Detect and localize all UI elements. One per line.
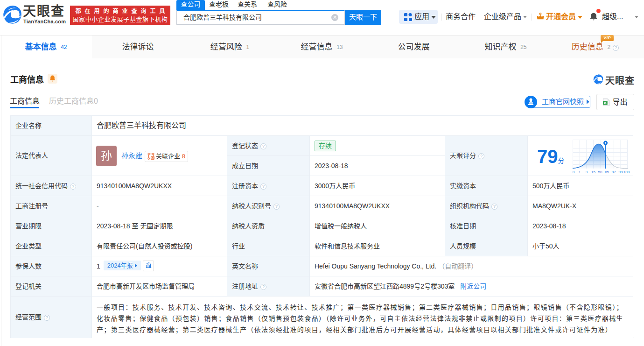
svg-text:15: 15 [591,170,595,174]
svg-text:50: 50 [598,170,602,174]
svg-text:99: 99 [618,170,623,174]
svg-text:97: 97 [612,170,616,174]
svg-text:0: 0 [573,170,575,174]
svg-text:85: 85 [605,170,609,174]
svg-text:100: 100 [623,170,630,174]
svg-text:1: 1 [579,170,581,174]
svg-text:3: 3 [586,170,588,174]
